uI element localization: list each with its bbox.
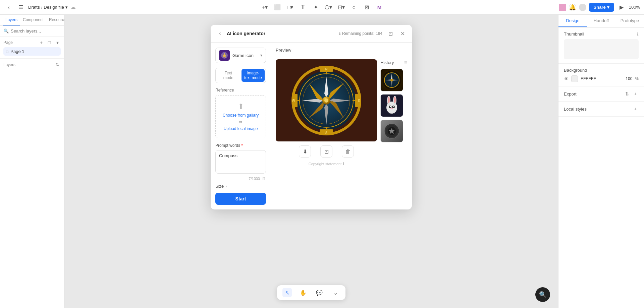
add-page-button[interactable]: + <box>38 39 45 46</box>
right-panel-tabs: Design Handoff Prototype <box>558 15 644 27</box>
bg-color-value[interactable]: EFEFEF <box>581 76 623 81</box>
style-selector[interactable]: Game icon ▾ <box>215 48 266 63</box>
size-chevron-icon: › <box>226 184 227 189</box>
rect-tool-button[interactable]: □▾ <box>285 3 296 12</box>
history-items: ROBEK <box>380 69 407 142</box>
image-text-mode-tab[interactable]: Image-text mode <box>241 69 265 82</box>
back-button[interactable]: ‹ <box>4 3 13 12</box>
user-avatar[interactable] <box>579 4 586 11</box>
brand-tool-button[interactable]: M <box>374 3 385 12</box>
menu-button[interactable]: ☰ <box>16 3 25 12</box>
cursor-tool-button[interactable]: ↖ <box>282 288 292 297</box>
history-menu-button[interactable]: ≡ <box>404 59 407 65</box>
add-tool-button[interactable]: +▾ <box>259 3 270 12</box>
tab-prototype[interactable]: Prototype <box>615 15 644 27</box>
thumbnail-preview <box>564 39 639 59</box>
modal-pin-button[interactable]: ⊡ <box>386 29 394 38</box>
history-item-1[interactable] <box>380 69 403 91</box>
modal-back-button[interactable]: ‹ <box>216 29 224 38</box>
svg-text:ROBEK: ROBEK <box>389 113 395 115</box>
upload-or-text: or <box>239 120 243 124</box>
main-content: Layers Component Resource 🔍 Page + □ ▾ □… <box>0 15 644 308</box>
frame-tool-button[interactable]: ⬜ <box>272 3 283 12</box>
copyright-statement: Copyright statement ℹ <box>276 162 377 166</box>
bg-opacity-value[interactable]: 100 <box>626 76 632 81</box>
export-settings-button[interactable]: ⇅ <box>624 90 631 97</box>
comment-tool-button[interactable]: 💬 <box>315 288 324 297</box>
text-tool-button[interactable]: T <box>298 3 308 12</box>
search-fab-button[interactable]: 🔍 <box>535 287 550 302</box>
page-name: Page 1 <box>10 49 24 54</box>
more-tools-button[interactable]: ⌄ <box>331 288 340 297</box>
bottom-toolbar: ↖ ✋ 💬 ⌄ <box>277 285 345 300</box>
preview-image: N S E W <box>276 59 377 141</box>
brand-icon-pink[interactable] <box>559 4 566 11</box>
hand-tool-button[interactable]: ✋ <box>299 288 308 297</box>
play-button[interactable]: ▶ <box>617 3 626 12</box>
thumbnail-section: Thumbnail ℹ <box>558 27 644 64</box>
crop-tool-button[interactable]: ⊠ <box>361 3 372 12</box>
svg-point-41 <box>388 97 390 103</box>
bg-color-chip[interactable] <box>571 75 578 82</box>
breadcrumb-drafts[interactable]: Drafts <box>28 5 40 10</box>
thumbnail-info-icon: ℹ <box>637 32 639 37</box>
add-local-style-button[interactable]: + <box>632 106 639 112</box>
prompt-label: Prompt words * <box>215 143 266 148</box>
cloud-sync-icon: ☁ <box>70 4 76 10</box>
upload-icon: ⬆ <box>238 102 244 111</box>
delete-button[interactable]: 🗑 <box>342 145 354 158</box>
tab-design[interactable]: Design <box>558 15 587 27</box>
clear-prompt-button[interactable]: 🗑 <box>262 176 266 181</box>
bg-opacity-pct: % <box>635 76 639 81</box>
ai-icon-generator-modal: ‹ AI icon generator ℹ Remaining points: … <box>211 25 412 209</box>
search-layers-input[interactable] <box>11 28 67 34</box>
modal-preview-panel: Preview <box>271 43 412 209</box>
required-dot: * <box>241 143 243 148</box>
history-item-3[interactable] <box>380 120 403 142</box>
prompt-input[interactable]: Compass <box>215 150 266 174</box>
char-count: 7/1000 <box>249 177 260 181</box>
tab-component[interactable]: Component <box>20 15 46 25</box>
page-section: Page + □ ▾ □ Page 1 <box>0 37 64 59</box>
page-collapse-button[interactable]: ▾ <box>54 39 61 46</box>
left-panel-tabs: Layers Component Resource <box>0 15 64 26</box>
preview-label: Preview <box>276 48 291 53</box>
upload-area[interactable]: ⬆ Choose from gallary or Upload local im… <box>215 95 266 138</box>
size-row[interactable]: Size › <box>215 181 266 191</box>
mask-tool-button[interactable]: ⊡▾ <box>336 3 346 12</box>
page-options-button[interactable]: □ <box>46 39 53 46</box>
notification-icon[interactable]: 🔔 <box>569 4 576 11</box>
shape-tool-button[interactable]: ○ <box>348 3 359 12</box>
download-button[interactable]: ⬇ <box>299 145 311 158</box>
modal-header: ‹ AI icon generator ℹ Remaining points: … <box>211 25 412 43</box>
canvas-area: ‹ AI icon generator ℹ Remaining points: … <box>64 15 558 308</box>
visibility-toggle[interactable]: 👁 <box>564 76 569 81</box>
remaining-points: ℹ Remaining points: 194 <box>339 31 382 36</box>
breadcrumb-current[interactable]: Design file ▾ <box>44 5 68 10</box>
svg-point-36 <box>390 79 393 81</box>
breadcrumb-separator: / <box>41 5 43 10</box>
svg-point-42 <box>394 97 396 103</box>
upload-local-link[interactable]: Upload local image <box>223 126 258 131</box>
component-tool-button[interactable]: ⬡▾ <box>323 3 334 12</box>
copy-button[interactable]: ⊡ <box>320 145 332 158</box>
modal-close-button[interactable]: ✕ <box>398 29 407 38</box>
reference-label: Reference <box>215 88 266 93</box>
add-export-button[interactable]: + <box>632 90 639 97</box>
modal-overlay: ‹ AI icon generator ℹ Remaining points: … <box>64 15 558 308</box>
text-mode-tab[interactable]: Text mode <box>217 69 240 82</box>
tab-layers[interactable]: Layers <box>3 15 20 25</box>
right-panel: Design Handoff Prototype Thumbnail ℹ Bac… <box>558 15 644 308</box>
preview-actions: ⬇ ⊡ 🗑 <box>276 145 377 158</box>
start-button[interactable]: Start <box>215 193 266 205</box>
share-button[interactable]: Share ▾ <box>589 3 614 12</box>
search-bar: 🔍 <box>0 26 64 37</box>
tab-handoff[interactable]: Handoff <box>587 15 615 27</box>
page-item[interactable]: □ Page 1 <box>3 47 61 56</box>
zoom-level[interactable]: 100% <box>629 5 640 10</box>
pen-tool-button[interactable]: ✦ <box>310 3 321 12</box>
choose-gallery-link[interactable]: Choose from gallary <box>223 113 259 118</box>
layers-sort-button[interactable]: ⇅ <box>54 61 61 68</box>
history-item-2[interactable]: ROBEK <box>380 94 403 117</box>
svg-text:W: W <box>292 99 295 103</box>
